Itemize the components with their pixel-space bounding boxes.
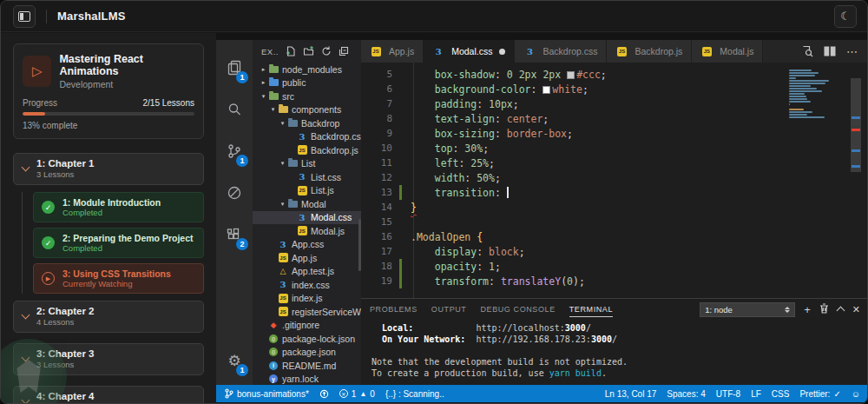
prettier-indicator[interactable]: Prettier:✓ xyxy=(799,389,840,399)
tree-item[interactable]: yyarn.lock xyxy=(253,373,361,386)
tree-item[interactable]: 3Modal.css xyxy=(253,211,361,225)
code-line: 8 text-align: center; xyxy=(361,111,782,126)
sidebar-toggle-button[interactable] xyxy=(13,5,36,28)
maximize-panel-button[interactable] xyxy=(836,307,845,315)
tree-item[interactable]: 3App.css xyxy=(253,238,361,252)
minimap[interactable] xyxy=(789,70,834,118)
open-changes-button[interactable] xyxy=(801,45,813,57)
code-line: 6 background-color: white; xyxy=(361,82,782,96)
panel-tab-debug-console[interactable]: DEBUG CONSOLE xyxy=(480,301,555,317)
info-icon: i xyxy=(268,361,279,371)
tree-item[interactable]: JSregisterServiceWo... xyxy=(253,305,361,319)
search-activity-button[interactable] xyxy=(216,90,253,129)
tree-item[interactable]: ▾List xyxy=(253,157,361,171)
refresh-icon xyxy=(321,46,332,56)
course-sidebar: ▷ Mastering React Animations Development… xyxy=(1,33,216,404)
extensions-activity-button[interactable]: 2 xyxy=(216,215,253,254)
git-branch-item[interactable]: bonus-animations* xyxy=(225,388,309,399)
tree-item[interactable]: ▾components xyxy=(253,103,361,117)
js-icon: JS xyxy=(278,307,288,317)
split-editor-button[interactable] xyxy=(824,46,836,56)
close-panel-button[interactable]: ✕ xyxy=(852,305,860,315)
tree-item-label: package.json xyxy=(282,347,336,357)
progress-fill xyxy=(23,112,45,116)
chapter-header[interactable]: 4: Chapter 45 Lessons xyxy=(13,386,204,404)
tree-item[interactable]: ▾Modal xyxy=(253,197,361,211)
tree-item[interactable]: 3Backdrop.css xyxy=(253,130,361,144)
new-folder-button[interactable] xyxy=(303,46,314,56)
dark-mode-toggle-button[interactable]: ☾ xyxy=(834,5,857,28)
code-editor[interactable]: 5 box-shadow: 0 2px 2px #ccc;6 backgroun… xyxy=(361,63,868,298)
feedback-smiley-button[interactable]: ☺ xyxy=(852,389,860,399)
new-terminal-button[interactable]: + xyxy=(804,304,811,315)
eol-indicator[interactable]: LF xyxy=(751,389,761,399)
css-icon: 3 xyxy=(297,131,307,142)
tree-item[interactable]: {}package.json xyxy=(253,346,361,360)
explorer-activity-button[interactable]: 1 xyxy=(216,49,253,87)
source-control-badge: 1 xyxy=(236,155,248,167)
css-icon: 3 xyxy=(297,172,307,182)
editor-group: JSApp.js3Modal.css3Backdrop.cssJSBackdro… xyxy=(361,40,868,385)
tree-item[interactable]: JSModal.js xyxy=(253,224,361,238)
terminal-output[interactable]: Local: http://localhost:3000/ On Your Ne… xyxy=(361,320,868,385)
line-col-indicator[interactable]: Ln 13, Col 17 xyxy=(605,389,657,399)
lesson-item[interactable]: ✓1: Module IntroductionCompleted xyxy=(33,192,204,222)
percent-complete: 13% complete xyxy=(23,121,194,130)
chapter-header[interactable]: 2: Chapter 24 Lessons xyxy=(13,301,204,333)
panel-tab-output[interactable]: OUTPUT xyxy=(431,301,467,317)
editor-tab[interactable]: JSModal.js xyxy=(692,40,763,63)
lesson-item[interactable]: ✓2: Preparing the Demo ProjectCompleted xyxy=(33,228,204,258)
panel-header: PROBLEMSOUTPUTDEBUG CONSOLETERMINAL 1: n… xyxy=(361,299,868,320)
editor-tab[interactable]: JSApp.js xyxy=(361,40,424,63)
chapter-header[interactable]: 1: Chapter 13 Lessons xyxy=(13,153,204,185)
tree-item[interactable]: ▸node_modules xyxy=(253,63,361,76)
panel-tab-terminal[interactable]: TERMINAL xyxy=(569,301,613,317)
lesson-item[interactable]: ▶3: Using CSS TransitionsCurrently Watch… xyxy=(33,263,204,294)
terminal-line: Note that the development build is not o… xyxy=(372,356,858,368)
code-line: 15 xyxy=(361,215,782,229)
tree-item[interactable]: ▾src xyxy=(253,89,361,103)
tree-item-label: src xyxy=(282,91,294,102)
tree-item[interactable]: ◆.gitignore xyxy=(253,319,361,333)
tree-item[interactable]: ▸public xyxy=(253,76,361,90)
collapse-all-button[interactable] xyxy=(339,46,349,56)
scrollbar-slider[interactable] xyxy=(851,78,861,172)
tree-item[interactable]: 3List.css xyxy=(253,170,361,184)
more-actions-button[interactable]: ⋯ xyxy=(846,45,858,58)
settings-button[interactable]: ⚙ 1 xyxy=(216,341,253,380)
tree-item[interactable]: △App.test.js xyxy=(253,265,361,279)
line-number: 5 xyxy=(361,69,392,80)
tree-item[interactable]: iREADME.md xyxy=(253,359,361,373)
new-file-button[interactable] xyxy=(286,46,296,56)
refresh-button[interactable] xyxy=(321,46,332,56)
tree-item[interactable]: 3index.css xyxy=(253,278,361,292)
chapter-header[interactable]: 3: Chapter 33 Lessons xyxy=(13,343,204,375)
layout-sidebar-icon xyxy=(18,11,30,22)
tree-item-label: Modal.css xyxy=(311,212,352,222)
tree-item-label: App.test.js xyxy=(292,266,334,276)
tree-item[interactable]: {}package-lock.json xyxy=(253,332,361,346)
editor-tab[interactable]: JSBackdrop.js xyxy=(607,40,692,63)
tree-item[interactable]: ▾Backdrop xyxy=(253,116,361,130)
indentation-indicator[interactable]: Spaces: 4 xyxy=(667,389,705,399)
code-line: 7 padding: 10px; xyxy=(361,96,782,111)
source-control-activity-button[interactable]: 1 xyxy=(216,132,253,170)
explorer-badge: 1 xyxy=(236,71,248,83)
tree-item[interactable]: JSindex.js xyxy=(253,292,361,306)
tree-item[interactable]: JSApp.js xyxy=(253,251,361,265)
terminal-shell-select[interactable]: 1: node xyxy=(700,302,795,317)
language-indicator[interactable]: CSS xyxy=(772,389,790,399)
panel-tab-problems[interactable]: PROBLEMS xyxy=(370,301,418,317)
tree-item[interactable]: JSBackdrop.js xyxy=(253,143,361,157)
tree-item-label: Modal xyxy=(301,199,326,209)
debug-activity-button[interactable] xyxy=(216,174,253,212)
trash-icon xyxy=(819,303,829,314)
problems-indicator[interactable]: ✕ 1 ▲ 0 xyxy=(339,389,375,399)
sync-button[interactable] xyxy=(319,389,329,399)
kill-terminal-button[interactable] xyxy=(819,303,829,315)
tree-item[interactable]: JSList.js xyxy=(253,184,361,198)
editor-tab[interactable]: 3Backdrop.css xyxy=(515,40,607,63)
editor-tab[interactable]: 3Modal.css xyxy=(424,40,515,63)
scrollbar[interactable] xyxy=(850,63,862,298)
encoding-indicator[interactable]: UTF-8 xyxy=(716,389,740,399)
